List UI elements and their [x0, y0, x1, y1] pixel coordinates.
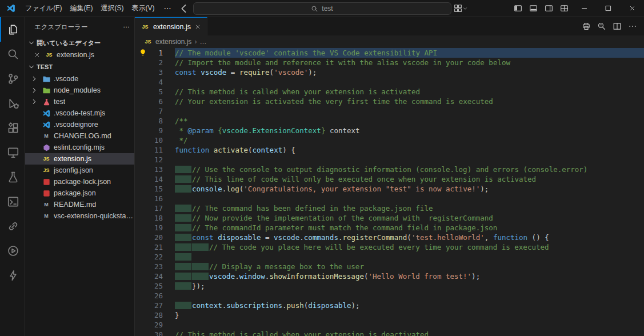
gutter[interactable]: 28: [135, 310, 175, 320]
lightbulb-icon[interactable]: [139, 49, 147, 57]
code-line-19[interactable]: 19// The commandId parameter must match …: [135, 223, 644, 233]
tree-item-extension.js[interactable]: JSextension.js: [25, 153, 134, 165]
gutter[interactable]: 20: [135, 233, 175, 242]
tree-item-eslint.config.mjs[interactable]: eslint.config.mjs: [25, 142, 134, 153]
activity-bar-item-run-debug[interactable]: [0, 91, 25, 115]
gutter[interactable]: 1: [135, 48, 175, 58]
gutter[interactable]: 11: [135, 145, 175, 155]
code-line-27[interactable]: 27context.subscriptions.push(disposable)…: [135, 301, 644, 310]
gutter[interactable]: 14: [135, 174, 175, 184]
tree-item-.vscode[interactable]: .vscode: [25, 73, 134, 85]
gutter[interactable]: 7: [135, 106, 175, 116]
gutter[interactable]: 8: [135, 116, 175, 126]
gutter[interactable]: 13: [135, 165, 175, 174]
code-line-12[interactable]: 12: [135, 155, 644, 165]
gutter[interactable]: 21: [135, 242, 175, 252]
activity-bar-item-search[interactable]: [0, 42, 25, 66]
explorer-more-actions-button[interactable]: ⋯: [123, 23, 130, 31]
code-line-13[interactable]: 13// Use the console to output diagnosti…: [135, 165, 644, 174]
code-line-16[interactable]: 16: [135, 194, 644, 203]
tree-item-package.json[interactable]: package.json: [25, 187, 134, 199]
split-editor-button[interactable]: [610, 19, 624, 34]
gutter[interactable]: 27: [135, 301, 175, 310]
code-line-30[interactable]: 30// This method is called when your ext…: [135, 330, 644, 336]
code-line-26[interactable]: 26: [135, 291, 644, 301]
minimize-button[interactable]: [572, 0, 596, 17]
close-tab-icon[interactable]: [194, 23, 201, 30]
print-button[interactable]: [579, 19, 593, 34]
tree-item-vsc-extension-quickstart.md[interactable]: Mvsc-extension-quickstart.md: [25, 210, 134, 222]
tree-item-CHANGELOG.md[interactable]: MCHANGELOG.md: [25, 130, 134, 142]
gutter[interactable]: 4: [135, 77, 175, 87]
activity-bar-item-play-circle[interactable]: [0, 238, 25, 263]
code-line-15[interactable]: 15console.log('Congratulations, your ext…: [135, 184, 644, 194]
gutter[interactable]: 6: [135, 97, 175, 106]
gutter[interactable]: 26: [135, 291, 175, 301]
gutter[interactable]: 10: [135, 135, 175, 145]
code-editor[interactable]: 1// The module 'vscode' contains the VS …: [135, 48, 644, 336]
toggle-secondary-sidebar-button[interactable]: [541, 0, 557, 17]
more-actions-button[interactable]: [625, 19, 639, 34]
tree-item-jsconfig.json[interactable]: JSjsconfig.json: [25, 165, 134, 176]
activity-bar-item-source-control[interactable]: [0, 66, 25, 91]
gutter[interactable]: 3: [135, 67, 175, 77]
activity-bar-item-testing[interactable]: [0, 165, 25, 189]
activity-bar-item-terminal[interactable]: [0, 189, 25, 214]
code-line-2[interactable]: 2// Import the module and reference it w…: [135, 58, 644, 67]
open-editors-section-header[interactable]: 開いているエディター: [25, 37, 134, 49]
gutter[interactable]: 25: [135, 281, 175, 291]
code-line-10[interactable]: 10 */: [135, 135, 644, 145]
tree-item-test[interactable]: test: [25, 96, 134, 107]
gutter[interactable]: 12: [135, 155, 175, 165]
code-line-24[interactable]: 24vscode.window.showInformationMessage('…: [135, 271, 644, 281]
tree-item-.vscodeignore[interactable]: .vscodeignore: [25, 119, 134, 130]
menu-item[interactable]: 編集(E): [66, 2, 97, 15]
code-line-25[interactable]: 25});: [135, 281, 644, 291]
code-line-21[interactable]: 21// The code you place here will be exe…: [135, 242, 644, 252]
code-line-22[interactable]: 22: [135, 252, 644, 262]
open-editor-item-extension.js[interactable]: JSextension.js: [25, 49, 134, 61]
activity-bar-item-link[interactable]: [0, 214, 25, 238]
code-line-14[interactable]: 14// This line of code will only be exec…: [135, 174, 644, 184]
code-line-7[interactable]: 7: [135, 106, 644, 116]
code-line-3[interactable]: 3const vscode = require('vscode');: [135, 67, 644, 77]
gutter[interactable]: 9: [135, 126, 175, 135]
gutter[interactable]: 17: [135, 203, 175, 213]
activity-bar-item-remote-explorer[interactable]: [0, 140, 25, 165]
gutter[interactable]: 19: [135, 223, 175, 233]
customize-layout-button[interactable]: [557, 0, 572, 17]
tree-item-node_modules[interactable]: node_modules: [25, 85, 134, 96]
code-line-17[interactable]: 17// The command has been defined in the…: [135, 203, 644, 213]
tab-extension-js[interactable]: JS extension.js: [135, 17, 207, 35]
menu-overflow-button[interactable]: ⋯: [158, 4, 176, 13]
code-line-18[interactable]: 18// Now provide the implementation of t…: [135, 213, 644, 223]
gutter[interactable]: 24: [135, 271, 175, 281]
gutter[interactable]: 29: [135, 320, 175, 330]
maximize-button[interactable]: [596, 0, 620, 17]
code-line-29[interactable]: 29: [135, 320, 644, 330]
activity-bar-item-zap[interactable]: [0, 263, 25, 287]
breadcrumb-file[interactable]: extension.js: [155, 38, 191, 46]
gutter[interactable]: 22: [135, 252, 175, 262]
code-line-11[interactable]: 11function activate(context) {: [135, 145, 644, 155]
close-icon[interactable]: [33, 50, 42, 59]
menu-item[interactable]: 表示(V): [127, 2, 158, 15]
gutter[interactable]: 23: [135, 262, 175, 271]
code-line-5[interactable]: 5// This method is called when your exte…: [135, 87, 644, 97]
code-line-28[interactable]: 28}: [135, 310, 644, 320]
gutter[interactable]: 18: [135, 213, 175, 223]
layout-grid-button[interactable]: [450, 0, 471, 17]
activity-bar-item-explorer[interactable]: [0, 17, 25, 42]
activity-bar-item-extensions[interactable]: [0, 115, 25, 140]
code-line-23[interactable]: 23// Display a message box to the user: [135, 262, 644, 271]
back-button[interactable]: [177, 2, 190, 15]
code-line-20[interactable]: 20const disposable = vscode.commands.reg…: [135, 233, 644, 242]
code-line-1[interactable]: 1// The module 'vscode' contains the VS …: [135, 48, 644, 58]
command-center[interactable]: test: [193, 2, 451, 15]
gutter[interactable]: 30: [135, 330, 175, 336]
gutter[interactable]: 2: [135, 58, 175, 67]
code-line-8[interactable]: 8/**: [135, 116, 644, 126]
tree-item-README.md[interactable]: MREADME.md: [25, 199, 134, 210]
menu-item[interactable]: 選択(S): [97, 2, 127, 15]
toggle-panel-button[interactable]: [526, 0, 541, 17]
